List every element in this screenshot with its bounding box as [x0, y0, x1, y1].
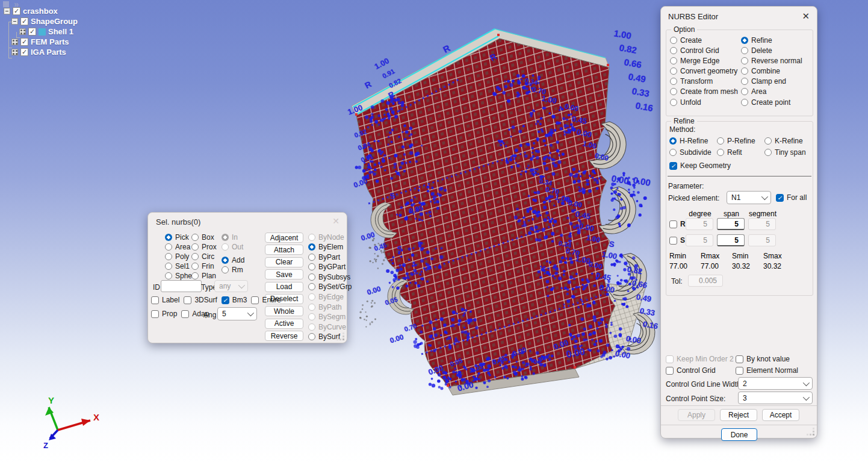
- by-entity-radio[interactable]: ByElem: [308, 243, 352, 251]
- keep-geometry-checkbox[interactable]: ✓Keep Geometry: [669, 161, 731, 170]
- by-entity-radio[interactable]: ByCurve: [308, 323, 352, 331]
- by-entity-radio[interactable]: ByPart: [308, 253, 352, 261]
- in-out-radio[interactable]: In: [222, 233, 243, 241]
- selection-action-button[interactable]: Active: [265, 319, 303, 329]
- picked-element-dropdown[interactable]: N1: [727, 191, 771, 204]
- option-radio[interactable]: Reverse normal: [741, 57, 802, 64]
- refine-group: Refine Method: H-RefineP-RefineK-Refine …: [666, 121, 813, 296]
- in-out-radio[interactable]: Out: [222, 243, 243, 251]
- method-radio[interactable]: K-Refine: [764, 137, 812, 145]
- type-dropdown[interactable]: any: [214, 280, 248, 292]
- tree-checkbox[interactable]: ✓: [20, 38, 28, 46]
- pick-mode-radio[interactable]: Poly: [165, 252, 192, 260]
- tree-expander-icon[interactable]: [11, 49, 18, 55]
- selection-action-button[interactable]: Load: [265, 282, 303, 292]
- tree-row[interactable]: ✓ IGA Parts: [2, 47, 135, 57]
- option-radio[interactable]: Create from mesh: [670, 88, 738, 96]
- option-radio[interactable]: Transform: [670, 78, 738, 86]
- for-all-checkbox[interactable]: ✓For all: [776, 193, 807, 202]
- close-icon[interactable]: ✕: [802, 11, 810, 22]
- filter-checkbox[interactable]: ✓Entire: [251, 296, 281, 304]
- pick-mode-radio[interactable]: Box: [191, 233, 217, 241]
- selection-action-button[interactable]: Attach: [265, 245, 303, 255]
- method-radio[interactable]: Refit: [717, 148, 764, 156]
- filter-checkbox[interactable]: ✓3DSurf: [184, 296, 217, 304]
- method-radio[interactable]: H-Refine: [669, 137, 717, 145]
- direction-checkbox[interactable]: ✓S: [669, 236, 685, 245]
- tree-row[interactable]: ✓ crashbox: [2, 6, 135, 16]
- option-radio[interactable]: Delete: [741, 46, 802, 54]
- span-field[interactable]: 5: [717, 218, 745, 230]
- tree-row[interactable]: ✓ ShapeGroup: [2, 16, 135, 27]
- panel-action-button[interactable]: Accept: [762, 409, 799, 421]
- tree-expander-icon[interactable]: [19, 28, 26, 35]
- pick-mode-radio[interactable]: Circ: [191, 252, 217, 260]
- add-remove-radio[interactable]: Rm: [222, 266, 244, 273]
- span-field[interactable]: 5: [717, 234, 745, 246]
- method-radio[interactable]: Subdivide: [669, 148, 717, 156]
- by-entity-radio[interactable]: ByEdge: [308, 293, 352, 301]
- pick-mode-radio[interactable]: Prox: [191, 243, 217, 251]
- option-radio[interactable]: Combine: [741, 67, 802, 75]
- pick-mode-radio[interactable]: Pick: [165, 233, 192, 241]
- display-checkbox[interactable]: ✓Element Normal: [736, 366, 805, 375]
- done-button[interactable]: Done: [721, 428, 757, 441]
- by-entity-radio[interactable]: ByNode: [308, 233, 352, 241]
- method-radio[interactable]: Tiny span: [764, 148, 812, 156]
- selection-action-button[interactable]: Whole: [265, 306, 303, 316]
- angle-dropdown[interactable]: 5: [217, 307, 257, 320]
- by-entity-radio[interactable]: BySegm: [308, 313, 352, 321]
- tree-expander-icon[interactable]: [11, 18, 18, 25]
- option-radio[interactable]: Merge Edge: [670, 57, 738, 64]
- by-entity-radio[interactable]: BySet/Grp: [308, 283, 352, 291]
- filter-checkbox[interactable]: ✓Bm3: [222, 296, 247, 304]
- ang-label: Ang: [203, 311, 216, 319]
- tree-row[interactable]: ✓ Shell 1: [2, 27, 135, 37]
- by-entity-radio[interactable]: ByGPart: [308, 263, 352, 271]
- pick-mode-radio[interactable]: Frin: [191, 262, 217, 270]
- close-icon[interactable]: ✕: [332, 216, 339, 226]
- tree-expander-icon[interactable]: [11, 39, 18, 45]
- option-radio[interactable]: Control Grid: [670, 46, 738, 54]
- display-checkbox[interactable]: ✓Control Grid: [666, 366, 736, 375]
- filter-checkbox[interactable]: ✓Label: [151, 296, 179, 304]
- filter-checkbox[interactable]: ✓Prop: [151, 310, 177, 318]
- option-radio[interactable]: Unfold: [670, 98, 738, 106]
- range-header: Smin: [732, 252, 752, 260]
- pick-mode-radio[interactable]: Area: [165, 243, 192, 251]
- option-radio[interactable]: Create point: [741, 98, 802, 106]
- add-remove-radio[interactable]: Add: [222, 256, 244, 264]
- tree-checkbox[interactable]: ✓: [28, 28, 36, 36]
- selection-action-button[interactable]: Save: [265, 269, 303, 279]
- option-radio[interactable]: Convert geometry: [670, 67, 738, 75]
- selection-action-button[interactable]: Clear: [265, 257, 303, 267]
- option-radio[interactable]: Create: [670, 36, 738, 44]
- by-entity-radio[interactable]: ByPath: [308, 303, 352, 311]
- tree-checkbox[interactable]: ✓: [13, 7, 20, 15]
- tree-checkbox[interactable]: ✓: [20, 48, 28, 56]
- pick-mode-radio[interactable]: Plan: [191, 272, 217, 279]
- selection-action-button[interactable]: Reverse: [265, 331, 303, 341]
- grid-line-width-dropdown[interactable]: 2: [738, 377, 813, 390]
- tree-row[interactable]: ✓ FEM Parts: [2, 37, 135, 47]
- method-radio[interactable]: P-Refine: [717, 137, 764, 145]
- selection-action-button[interactable]: Adjacent: [265, 233, 303, 243]
- option-radio[interactable]: Clamp end: [741, 78, 802, 86]
- option-radio[interactable]: Area: [741, 88, 802, 96]
- pick-mode-radio[interactable]: Sphe: [165, 272, 192, 279]
- direction-checkbox[interactable]: ✓R: [669, 220, 686, 228]
- by-entity-radio[interactable]: BySurf: [308, 333, 352, 341]
- panel-action-button[interactable]: Reject: [720, 409, 757, 421]
- point-size-dropdown[interactable]: 3: [738, 392, 813, 404]
- tree-expander-icon[interactable]: [4, 8, 10, 14]
- pick-mode-radio[interactable]: Sel1: [165, 262, 192, 270]
- tree-checkbox[interactable]: ✓: [20, 17, 28, 25]
- panel-action-button[interactable]: Apply: [678, 409, 715, 421]
- display-checkbox[interactable]: ✓By knot value: [736, 355, 805, 363]
- by-entity-radio[interactable]: BySubsys: [308, 273, 352, 281]
- display-checkbox[interactable]: ✓Keep Min Order 2: [666, 355, 736, 363]
- id-input[interactable]: [161, 280, 202, 292]
- resize-grip[interactable]: [343, 339, 344, 340]
- resize-grip[interactable]: [813, 434, 814, 435]
- option-radio[interactable]: Refine: [741, 36, 802, 44]
